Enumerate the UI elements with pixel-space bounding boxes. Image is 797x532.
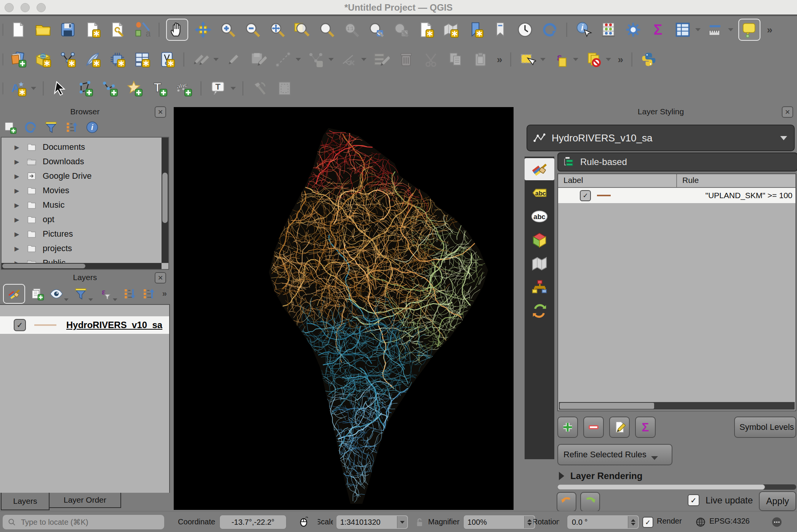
toolbar-drag-handle[interactable] — [2, 24, 3, 36]
chevron-down-icon[interactable] — [64, 298, 69, 301]
apply-button[interactable]: Apply — [759, 491, 796, 511]
coordinate-input[interactable]: -13.7°,-22.2° — [219, 515, 286, 529]
chevron-down-icon[interactable] — [113, 298, 117, 301]
chevron-down-icon[interactable] — [573, 58, 578, 61]
layer-row-hydrorivers[interactable]: ✓ HydroRIVERS_v10_sa — [0, 316, 169, 334]
browser-item-documents[interactable]: ▶Documents — [2, 140, 168, 154]
open-layer-styling-button[interactable] — [3, 284, 25, 304]
tab-history[interactable] — [525, 300, 554, 322]
magnifier-stepper[interactable] — [524, 516, 535, 528]
tab-diagrams[interactable] — [525, 253, 554, 275]
tab-labels[interactable]: abc — [525, 182, 554, 204]
live-update-checkbox[interactable]: ✓ — [688, 494, 699, 506]
close-layers-panel-button[interactable]: ✕ — [155, 272, 166, 284]
new-spatial-bookmark-button[interactable] — [416, 20, 436, 40]
refine-selected-rules-button[interactable]: Refine Selected Rules — [557, 444, 672, 465]
field-calculator-button[interactable] — [599, 20, 618, 40]
messages-icon[interactable] — [771, 515, 785, 529]
expand-arrow-icon[interactable]: ▶ — [14, 187, 21, 194]
rule-row[interactable]: ✓ "UPLAND_SKM" >= 100 — [558, 188, 795, 203]
toolbar-overflow-button[interactable]: » — [497, 54, 502, 66]
browser-horizontal-scrollbar[interactable] — [2, 263, 162, 269]
browser-item-opt[interactable]: ▶opt — [2, 212, 168, 227]
select-features-button[interactable] — [518, 50, 538, 69]
toolbar-overflow-button[interactable]: » — [767, 24, 772, 36]
undo-style-button[interactable] — [557, 492, 576, 512]
processing-toolbox-button[interactable] — [623, 20, 643, 40]
toolbar-overflow-button[interactable]: » — [618, 54, 623, 66]
renderer-type-select[interactable]: Rule-based — [557, 152, 797, 171]
expand-arrow-icon[interactable]: ▶ — [14, 144, 21, 151]
new-project-button[interactable] — [8, 20, 28, 40]
expand-arrow-icon[interactable]: ▶ — [14, 202, 21, 209]
create-line-annotation-button[interactable] — [100, 79, 120, 98]
add-rule-button[interactable] — [557, 417, 578, 438]
manage-visibility-button[interactable] — [50, 287, 63, 301]
new-shapefile-layer-button[interactable] — [58, 50, 78, 69]
chevron-down-icon[interactable] — [296, 58, 301, 61]
chevron-down-icon[interactable] — [230, 87, 236, 90]
browser-item-downloads[interactable]: ▶Downloads — [2, 154, 168, 169]
show-layout-manager-button[interactable] — [107, 20, 127, 40]
create-marker-annotation-button[interactable] — [125, 79, 144, 98]
new-virtual-layer-button[interactable] — [132, 50, 152, 69]
chevron-down-icon[interactable] — [695, 28, 701, 31]
open-attribute-table-button[interactable] — [673, 20, 693, 40]
statistical-summary-button[interactable]: Σ — [648, 20, 668, 40]
refresh-browser-button[interactable] — [24, 120, 37, 134]
map-canvas[interactable] — [174, 107, 514, 510]
render-checkbox[interactable]: ✓ — [642, 517, 653, 528]
styling-layer-select[interactable]: HydroRIVERS_v10_sa — [527, 125, 795, 151]
temporal-controller-button[interactable] — [515, 20, 535, 40]
chevron-down-icon[interactable] — [88, 298, 93, 301]
add-favorite-button[interactable] — [3, 120, 17, 134]
lock-scale-icon[interactable] — [414, 517, 425, 528]
pan-to-selection-button[interactable] — [193, 20, 213, 40]
locate-search-input[interactable]: Type to locate (⌘K) — [2, 514, 165, 530]
expand-arrow-icon[interactable]: ▶ — [14, 158, 21, 165]
create-polygon-annotation-button[interactable] — [75, 79, 95, 98]
tab-multiedit-style[interactable] — [525, 276, 554, 298]
new-mesh-layer-button[interactable] — [107, 50, 127, 69]
expand-all-button[interactable] — [123, 287, 136, 301]
browser-tree[interactable]: ▶Documents▶Downloads▶Google Drive▶Movies… — [1, 137, 169, 270]
browser-item-projects[interactable]: ▶projects — [2, 241, 168, 256]
tab-masks[interactable]: abc — [525, 205, 554, 228]
new-bookmark-button[interactable] — [466, 20, 485, 40]
properties-button[interactable]: i — [85, 120, 99, 134]
collapse-all-button[interactable] — [142, 287, 155, 301]
new-temporary-scratch-layer-button[interactable] — [157, 50, 177, 69]
deselect-features-button[interactable] — [583, 50, 603, 69]
rule-checkbox[interactable]: ✓ — [580, 190, 591, 201]
rotation-stepper[interactable] — [628, 516, 638, 528]
zoom-out-button[interactable] — [243, 20, 262, 40]
python-console-button[interactable] — [639, 50, 659, 69]
browser-vertical-scrollbar[interactable] — [162, 138, 168, 263]
chevron-down-icon[interactable] — [328, 58, 334, 61]
redo-style-button[interactable] — [580, 492, 600, 512]
scale-dropdown-arrow[interactable] — [397, 516, 407, 528]
chevron-down-icon[interactable] — [213, 58, 219, 61]
balloon-annotation-button[interactable]: T — [208, 79, 228, 98]
scale-select[interactable]: 1:34101320 — [336, 515, 408, 529]
show-bookmark-manager-button[interactable] — [490, 20, 510, 40]
new-geopackage-layer-button[interactable] — [33, 50, 53, 69]
new-annotation-layer-button[interactable]: A — [8, 79, 28, 98]
tab-3d-view[interactable] — [525, 229, 554, 251]
modify-annotations-button[interactable] — [50, 79, 70, 98]
zoom-last-button[interactable] — [366, 20, 386, 40]
live-update-control[interactable]: ✓ Live update — [688, 494, 753, 506]
browser-item-music[interactable]: ▶Music — [2, 198, 168, 212]
create-text-annotation-button[interactable]: T — [149, 79, 169, 98]
map-tips-button[interactable] — [738, 19, 760, 41]
browser-item-google-drive[interactable]: ▶Google Drive — [2, 169, 168, 183]
chevron-down-icon[interactable] — [31, 87, 36, 90]
symbol-levels-button[interactable]: Symbol Levels… — [734, 417, 796, 438]
style-manager-button[interactable]: a — [132, 20, 152, 40]
chevron-down-icon[interactable] — [540, 58, 546, 61]
open-project-button[interactable] — [33, 20, 53, 40]
zoom-to-selection-button[interactable] — [292, 20, 312, 40]
refresh-map-button[interactable] — [540, 20, 560, 40]
rule-statistics-button[interactable]: Σ — [635, 417, 656, 438]
filter-legend-button[interactable] — [74, 287, 88, 301]
